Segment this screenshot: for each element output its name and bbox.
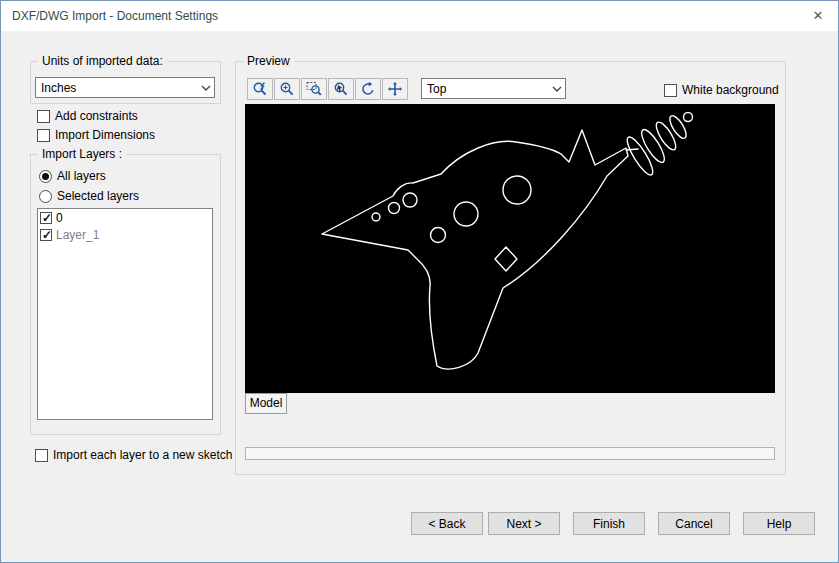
raygun-details: [372, 113, 693, 243]
rotate-view-button[interactable]: [355, 78, 381, 100]
zoom-to-fit-icon: [252, 81, 268, 97]
selected-layers-radio[interactable]: Selected layers: [39, 189, 139, 203]
checkbox-label: Add constraints: [55, 109, 138, 123]
radio-label: Selected layers: [57, 189, 139, 203]
zoom-in-out-icon: [279, 81, 295, 97]
zoom-to-selection-icon: [333, 81, 349, 97]
model-tab-label: Model: [250, 396, 283, 410]
white-background-checkbox[interactable]: White background: [664, 83, 779, 97]
close-button[interactable]: ✕: [803, 5, 833, 27]
checkbox-box: [37, 129, 50, 142]
zoom-to-fit-button[interactable]: [247, 78, 273, 100]
checkbox-box: [35, 449, 48, 462]
zoom-to-selection-button[interactable]: [328, 78, 354, 100]
checkbox-label: Import each layer to a new sketch: [53, 448, 232, 462]
next-button[interactable]: Next >: [488, 512, 560, 535]
zoom-to-area-icon: [306, 81, 322, 97]
layer-name: Layer_1: [56, 228, 99, 242]
rotate-view-icon: [360, 81, 376, 97]
import-each-layer-new-sketch-checkbox[interactable]: Import each layer to a new sketch: [35, 448, 232, 462]
import-layers-group-label: Import Layers :: [38, 147, 126, 161]
view-orientation-combo[interactable]: Top: [421, 78, 566, 99]
model-tab[interactable]: Model: [245, 393, 287, 414]
zoom-to-area-button[interactable]: [301, 78, 327, 100]
preview-canvas[interactable]: [245, 104, 775, 393]
zoom-in-out-button[interactable]: [274, 78, 300, 100]
close-icon: ✕: [813, 8, 824, 23]
checkbox-box: [664, 84, 677, 97]
dxf-dwg-import-dialog: DXF/DWG Import - Document Settings ✕ Uni…: [0, 0, 839, 563]
raygun-diamond-detail: [495, 247, 517, 271]
add-constraints-checkbox[interactable]: Add constraints: [37, 109, 138, 123]
finish-button[interactable]: Finish: [573, 512, 645, 535]
layer-checkbox-box: [40, 212, 52, 224]
pan-icon: [387, 81, 403, 97]
raygun-coil-link: [626, 149, 638, 150]
layer-checkbox-box: [40, 229, 52, 241]
radio-circle: [39, 190, 52, 203]
layer-list-item[interactable]: 0: [38, 209, 212, 226]
checkbox-label: White background: [682, 83, 779, 97]
layer-listbox[interactable]: 0 Layer_1: [37, 208, 213, 420]
layer-name: 0: [56, 211, 63, 225]
cancel-button[interactable]: Cancel: [658, 512, 730, 535]
checkbox-label: Import Dimensions: [55, 128, 155, 142]
titlebar: DXF/DWG Import - Document Settings ✕: [1, 1, 838, 31]
pan-button[interactable]: [382, 78, 408, 100]
view-combo-chevron-down-icon: [548, 79, 565, 98]
preview-toolbar: [247, 78, 408, 100]
units-group-label: Units of imported data:: [38, 54, 167, 68]
preview-group-label: Preview: [243, 54, 294, 68]
status-progress-bar: [245, 447, 775, 460]
radio-circle: [39, 170, 52, 183]
raygun-preview-drawing: [245, 104, 775, 393]
back-button[interactable]: < Back: [411, 512, 483, 535]
layer-list-item[interactable]: Layer_1: [38, 226, 212, 243]
units-combo-value: Inches: [36, 81, 197, 95]
units-combo-chevron-down-icon: [197, 78, 214, 97]
checkbox-box: [37, 110, 50, 123]
view-orientation-value: Top: [422, 82, 548, 96]
all-layers-radio[interactable]: All layers: [39, 169, 106, 183]
import-dimensions-checkbox[interactable]: Import Dimensions: [37, 128, 155, 142]
units-combo[interactable]: Inches: [35, 77, 215, 98]
raygun-outline: [322, 130, 628, 369]
radio-label: All layers: [57, 169, 106, 183]
help-button[interactable]: Help: [743, 512, 815, 535]
window-title: DXF/DWG Import - Document Settings: [12, 9, 218, 23]
